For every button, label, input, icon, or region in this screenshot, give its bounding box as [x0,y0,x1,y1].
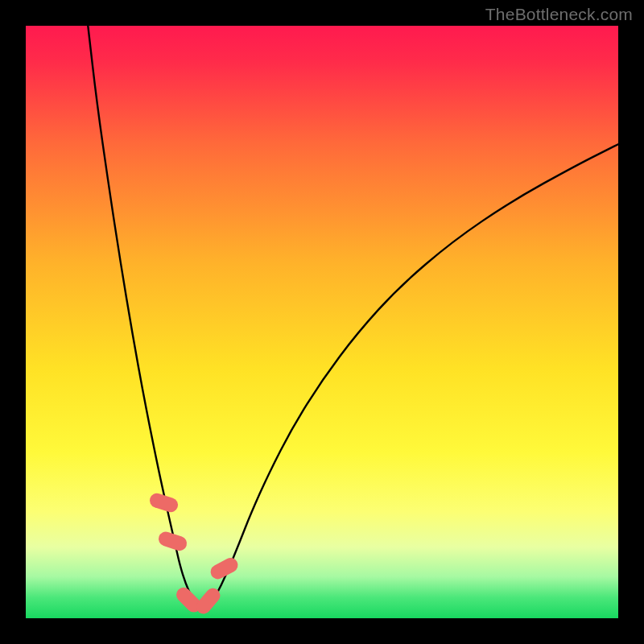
chart-frame [26,26,618,618]
bottleneck-chart [26,26,618,618]
gradient-background [26,26,618,618]
watermark-text: TheBottleneck.com [485,5,633,24]
